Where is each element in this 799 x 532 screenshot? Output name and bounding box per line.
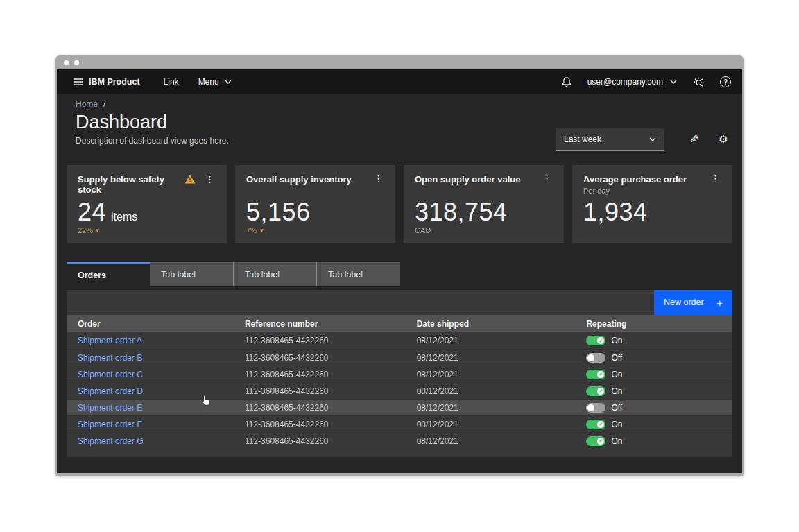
- table-row[interactable]: Shipment order A 112-3608465-4432260 08/…: [67, 332, 732, 349]
- repeating-toggle[interactable]: ✓: [586, 386, 605, 396]
- repeating-toggle[interactable]: ✓: [586, 403, 605, 413]
- repeating-toggle[interactable]: ✓: [586, 436, 605, 446]
- trend-value: 22%: [78, 226, 93, 235]
- toggle-state-label: On: [611, 370, 622, 379]
- repeating-toggle[interactable]: ✓: [586, 353, 605, 363]
- table-row[interactable]: Shipment order D 112-3608465-4432260 08/…: [67, 382, 732, 399]
- period-dropdown[interactable]: Last week: [556, 128, 664, 151]
- order-link[interactable]: Shipment order D: [78, 386, 143, 396]
- page-title: Dashboard: [76, 112, 229, 132]
- table-row[interactable]: Shipment order B 112-3608465-4432260 08/…: [67, 349, 732, 366]
- date-shipped-cell: 08/12/2021: [406, 370, 576, 379]
- kpi-value: 24: [78, 200, 106, 224]
- reference-cell: 112-3608465-4432260: [234, 403, 406, 413]
- app-frame: IBM Product Link Menu user@company.com: [57, 69, 742, 473]
- window-dot: [74, 60, 79, 65]
- toggle-state-label: On: [611, 386, 622, 396]
- table-body: Shipment order A 112-3608465-4432260 08/…: [67, 332, 732, 457]
- kpi-card-supply-below-safety-stock: Supply below safety stock ⋮ 24 items 22%…: [67, 165, 227, 243]
- order-link[interactable]: Shipment order B: [78, 353, 142, 363]
- column-header-order[interactable]: Order: [67, 319, 234, 329]
- card-subtitle: Per day: [583, 187, 721, 195]
- top-nav: IBM Product Link Menu user@company.com: [57, 69, 742, 94]
- reference-cell: 112-3608465-4432260: [234, 370, 406, 379]
- repeating-toggle[interactable]: ✓: [586, 336, 605, 345]
- table-row[interactable]: Shipment order E 112-3608465-4432260 08/…: [67, 399, 732, 415]
- kpi-card-open-supply-order-value: Open supply order value ⋮ 318,754 CAD: [404, 165, 564, 243]
- tab-label-3[interactable]: Tab label: [316, 262, 400, 286]
- tab-bar: Orders Tab label Tab label Tab label: [67, 262, 732, 286]
- date-shipped-cell: 08/12/2021: [406, 436, 576, 446]
- page-heading-block: Dashboard Description of dashboard view …: [76, 109, 229, 146]
- app-brand: IBM Product: [89, 77, 140, 87]
- date-shipped-cell: 08/12/2021: [406, 420, 576, 429]
- kpi-value: 5,156: [246, 200, 311, 224]
- user-account-menu[interactable]: user@company.com: [587, 77, 677, 87]
- tab-label-1[interactable]: Tab label: [150, 262, 233, 286]
- chevron-down-icon: [649, 137, 656, 141]
- tab-orders[interactable]: Orders: [67, 262, 150, 286]
- date-shipped-cell: 08/12/2021: [406, 336, 576, 345]
- user-email: user@company.com: [587, 77, 663, 87]
- repeating-toggle[interactable]: ✓: [586, 420, 605, 429]
- browser-window: IBM Product Link Menu user@company.com: [55, 55, 744, 476]
- reference-cell: 112-3608465-4432260: [234, 353, 406, 363]
- caret-down-icon: ▾: [260, 228, 264, 234]
- date-shipped-cell: 08/12/2021: [406, 386, 576, 396]
- table-toolbar: New order +: [67, 290, 732, 315]
- repeating-toggle[interactable]: ✓: [586, 370, 605, 379]
- table-header: Order Reference number Date shipped Repe…: [67, 315, 732, 332]
- new-order-button[interactable]: New order +: [654, 290, 732, 315]
- overflow-menu-icon[interactable]: ⋮: [710, 174, 721, 183]
- chevron-down-icon: [225, 80, 232, 84]
- page-description: Description of dashboard view goes here.: [76, 136, 229, 146]
- toggle-state-label: Off: [611, 403, 622, 413]
- page-content: Home / Dashboard Description of dashboar…: [57, 94, 742, 473]
- reference-cell: 112-3608465-4432260: [234, 436, 406, 446]
- hamburger-menu-icon[interactable]: [68, 76, 89, 87]
- nav-menu[interactable]: Menu: [198, 77, 232, 87]
- card-title: Open supply order value: [415, 174, 535, 185]
- period-dropdown-value: Last week: [564, 135, 601, 144]
- plus-icon: +: [716, 297, 723, 309]
- overflow-menu-icon[interactable]: ⋮: [204, 175, 216, 184]
- browser-titlebar: [57, 55, 742, 69]
- order-link[interactable]: Shipment order E: [78, 403, 142, 413]
- column-header-reference[interactable]: Reference number: [234, 319, 406, 329]
- chevron-down-icon: [670, 80, 677, 84]
- overflow-menu-icon[interactable]: ⋮: [541, 174, 553, 183]
- tab-label-2[interactable]: Tab label: [233, 262, 316, 286]
- breadcrumb-separator: /: [103, 99, 105, 109]
- kpi-unit: items: [111, 211, 137, 223]
- column-header-date-shipped[interactable]: Date shipped: [406, 319, 576, 329]
- window-dot: [64, 60, 69, 65]
- column-header-repeating[interactable]: Repeating: [575, 319, 732, 329]
- order-link[interactable]: Shipment order G: [78, 436, 144, 446]
- reference-cell: 112-3608465-4432260: [234, 420, 406, 429]
- trend-value: 7%: [246, 226, 257, 235]
- kpi-footnote: CAD: [415, 226, 431, 235]
- overflow-menu-icon[interactable]: ⋮: [372, 174, 384, 183]
- toggle-state-label: On: [611, 436, 622, 446]
- settings-gear-icon[interactable]: ⚙: [714, 130, 732, 148]
- order-link[interactable]: Shipment order A: [78, 336, 142, 345]
- reference-cell: 112-3608465-4432260: [234, 386, 406, 396]
- card-title: Overall supply inventory: [246, 174, 367, 185]
- order-link[interactable]: Shipment order F: [78, 420, 142, 429]
- table-row[interactable]: Shipment order C 112-3608465-4432260 08/…: [67, 366, 732, 382]
- caret-down-icon: ▾: [96, 228, 99, 234]
- table-row[interactable]: Shipment order G 112-3608465-4432260 08/…: [67, 432, 732, 449]
- edit-icon[interactable]: ✎: [685, 130, 703, 148]
- breadcrumb-home-link[interactable]: Home: [76, 99, 98, 109]
- warning-icon: [184, 174, 196, 184]
- nav-link[interactable]: Link: [164, 77, 179, 87]
- kpi-cards: Supply below safety stock ⋮ 24 items 22%…: [67, 165, 732, 243]
- breadcrumb: Home /: [76, 99, 732, 109]
- table-row[interactable]: Shipment order F 112-3608465-4432260 08/…: [67, 415, 732, 432]
- kpi-card-average-purchase-order: Average purchase order ⋮ Per day 1,934: [572, 165, 732, 243]
- order-link[interactable]: Shipment order C: [78, 370, 143, 379]
- notifications-bell-icon[interactable]: [561, 76, 572, 88]
- toggle-state-label: On: [611, 336, 622, 345]
- idea-icon[interactable]: [692, 76, 705, 88]
- help-icon[interactable]: ?: [720, 76, 731, 87]
